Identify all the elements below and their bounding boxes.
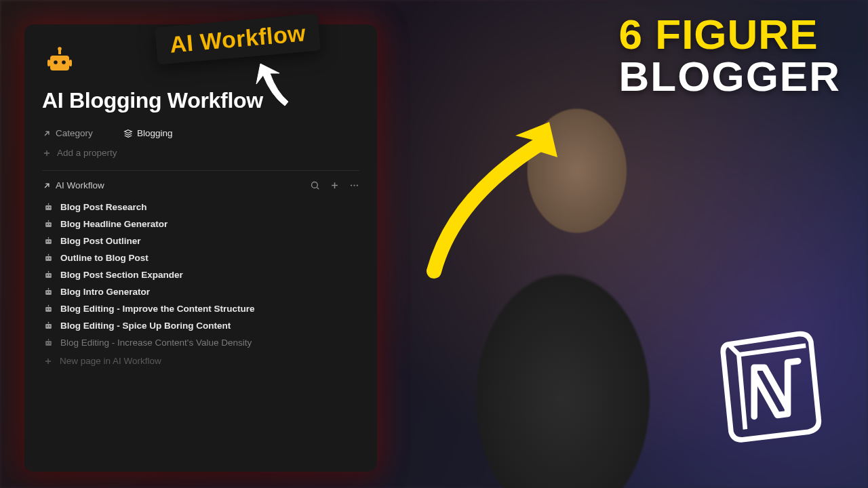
property-label: Category	[56, 128, 93, 138]
list-item[interactable]: Blog Editing - Improve the Content Struc…	[42, 300, 359, 317]
page-icon[interactable]	[42, 43, 77, 79]
svg-rect-24	[48, 254, 49, 256]
presenter-photo	[387, 81, 739, 488]
database-list: Blog Post Research Blog Headline Generat…	[42, 199, 359, 371]
list-item[interactable]: Blog Headline Generator	[42, 216, 359, 232]
svg-point-29	[47, 274, 48, 276]
svg-rect-12	[48, 203, 49, 205]
database-title-link[interactable]: AI Workflow	[42, 180, 104, 190]
svg-point-37	[47, 308, 48, 310]
robot-icon	[43, 304, 54, 314]
robot-icon	[43, 270, 54, 280]
svg-rect-15	[45, 222, 52, 227]
cursor-arrow-icon	[251, 58, 298, 113]
list-item-label: Blog Editing - Improve the Content Struc…	[60, 304, 255, 314]
arrow-up-right-icon	[42, 181, 52, 190]
list-item[interactable]: Outline to Blog Post	[42, 249, 359, 266]
list-item-label: Outline to Blog Post	[60, 253, 149, 263]
svg-point-21	[47, 241, 48, 242]
svg-rect-40	[48, 322, 49, 324]
list-item-label: Blog Editing - Increase Content's Value …	[60, 338, 252, 348]
headline-line1: 6 FIGURE	[619, 14, 841, 56]
new-page-label: New page in AI Workflow	[60, 356, 161, 366]
svg-point-9	[353, 184, 355, 186]
svg-point-46	[50, 342, 51, 344]
svg-rect-19	[45, 239, 52, 244]
svg-rect-44	[48, 339, 49, 341]
svg-point-34	[50, 291, 51, 293]
svg-rect-36	[48, 305, 49, 307]
svg-point-45	[47, 342, 48, 344]
svg-rect-0	[50, 56, 69, 70]
svg-point-38	[50, 308, 51, 310]
svg-point-4	[62, 60, 66, 64]
robot-icon	[43, 45, 76, 77]
svg-point-3	[54, 60, 58, 64]
property-row-category[interactable]: Category Blogging	[42, 128, 359, 138]
divider	[42, 170, 359, 171]
svg-rect-11	[45, 205, 52, 210]
list-item-label: Blog Post Section Expander	[60, 270, 183, 280]
svg-rect-27	[45, 273, 52, 278]
svg-point-33	[47, 291, 48, 293]
arrow-up-right-icon	[42, 129, 52, 138]
svg-rect-23	[45, 256, 52, 261]
new-page-button[interactable]: New page in AI Workflow	[42, 351, 359, 371]
database-header: AI Workflow	[42, 180, 359, 190]
svg-rect-39	[45, 324, 52, 329]
svg-rect-6	[69, 60, 72, 66]
list-item-label: Blog Post Research	[60, 202, 147, 212]
list-item[interactable]: Blog Intro Generator	[42, 283, 359, 300]
stack-icon	[123, 129, 133, 138]
property-value: Blogging	[137, 128, 173, 138]
list-item-label: Blog Post Outliner	[60, 236, 141, 246]
svg-rect-28	[48, 271, 49, 273]
robot-icon	[43, 236, 54, 246]
svg-rect-43	[45, 341, 52, 346]
svg-rect-35	[45, 307, 52, 312]
svg-point-25	[47, 258, 48, 259]
svg-rect-20	[48, 237, 49, 239]
svg-point-17	[47, 224, 48, 225]
add-property-label: Add a property	[57, 148, 117, 158]
thumbnail-headline: 6 FIGURE BLOGGER	[619, 14, 841, 98]
list-item[interactable]: Blog Post Outliner	[42, 232, 359, 249]
svg-point-2	[58, 47, 62, 51]
list-item-label: Blog Editing - Spice Up Boring Content	[60, 321, 231, 331]
more-icon[interactable]	[349, 180, 359, 190]
svg-point-8	[351, 184, 352, 186]
database-title: AI Workflow	[56, 180, 104, 190]
svg-rect-32	[48, 288, 49, 290]
list-item[interactable]: Blog Post Section Expander	[42, 266, 359, 283]
plus-icon	[42, 148, 52, 158]
page-title[interactable]: AI Blogging Workflow	[42, 88, 359, 113]
svg-point-30	[50, 274, 51, 276]
robot-icon	[43, 321, 54, 331]
svg-rect-16	[48, 220, 49, 222]
plus-icon[interactable]	[330, 180, 340, 190]
svg-point-14	[50, 207, 51, 208]
list-item-label: Blog Headline Generator	[60, 219, 167, 229]
robot-icon	[43, 202, 54, 212]
search-icon[interactable]	[310, 180, 320, 190]
svg-point-10	[357, 184, 358, 186]
svg-point-41	[47, 325, 48, 327]
notion-page-panel: AI Blogging Workflow Category Blogging A…	[24, 24, 377, 472]
robot-icon	[43, 253, 54, 263]
list-item[interactable]: Blog Editing - Increase Content's Value …	[42, 334, 359, 351]
svg-point-22	[50, 241, 51, 242]
svg-point-7	[312, 182, 318, 188]
robot-icon	[43, 219, 54, 229]
svg-rect-5	[47, 60, 50, 66]
robot-icon	[43, 287, 54, 297]
svg-point-42	[50, 325, 51, 327]
list-item[interactable]: Blog Post Research	[42, 199, 359, 216]
headline-line2: BLOGGER	[619, 56, 841, 98]
plus-icon	[43, 357, 53, 366]
svg-point-18	[50, 224, 51, 225]
list-item[interactable]: Blog Editing - Spice Up Boring Content	[42, 317, 359, 334]
svg-point-13	[47, 207, 48, 208]
notion-logo	[705, 319, 834, 447]
robot-icon	[43, 338, 54, 348]
add-property-button[interactable]: Add a property	[42, 148, 359, 158]
